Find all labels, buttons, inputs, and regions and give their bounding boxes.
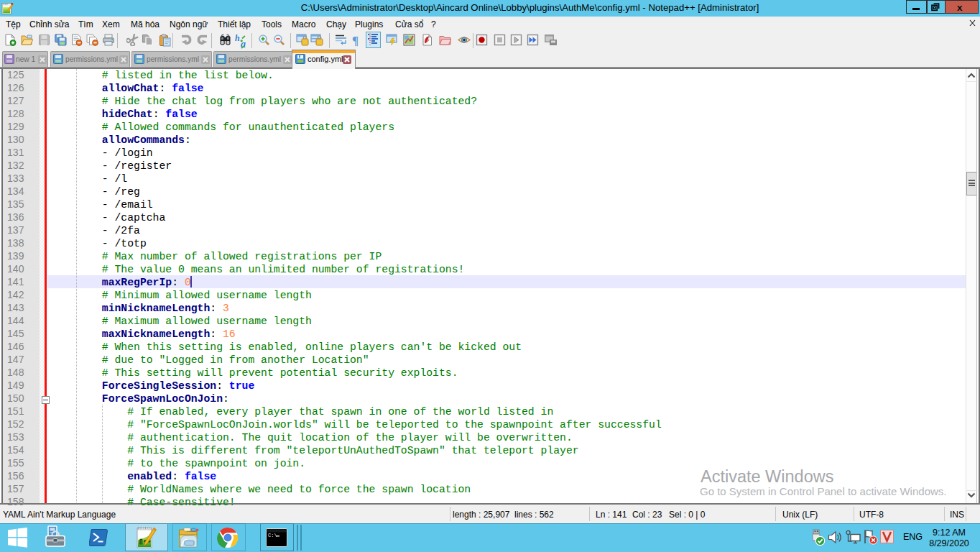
- svg-text:h: h: [235, 34, 240, 43]
- svg-text:¶: ¶: [352, 34, 359, 47]
- svg-text:C:\: C:\: [268, 533, 277, 538]
